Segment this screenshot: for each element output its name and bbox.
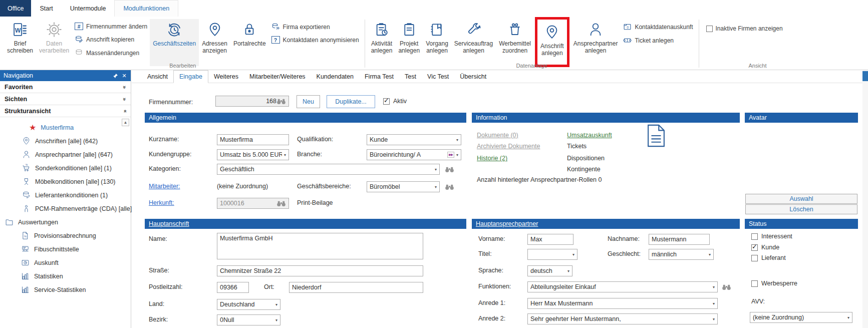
inaktive-firmen-checkbox[interactable]: ✓ Inaktive Firmen anzeigen (706, 25, 783, 32)
archivierte-dokumente-link[interactable]: Archivierte Dokumente (477, 143, 540, 150)
tab-firma-test[interactable]: Firma Test (359, 70, 399, 83)
kunde-checkbox[interactable]: ✓ Kunde (751, 244, 779, 251)
tab-mitarbeiter-weiteres[interactable]: Mitarbeiter/Weiteres (244, 70, 311, 83)
branche-dropdown[interactable]: Büroeinrichtung/ A▶▶▾ (367, 149, 461, 160)
tree-item-pcm-rahmenvertraege[interactable]: PCM-Rahmenverträge (CDA) [alle] (0, 202, 131, 215)
nav-section-favoriten[interactable]: Favoriten » (0, 81, 131, 93)
tab-eingabe[interactable]: Eingabe (173, 70, 208, 83)
geschaeftsbereiche-search-button[interactable] (443, 181, 456, 192)
bezirk-dropdown[interactable]: 0Null▾ (217, 314, 280, 325)
vertical-scrollbar[interactable] (862, 70, 868, 328)
tab-start[interactable]: Start (31, 0, 61, 17)
daten-verarbeiten-button[interactable]: Datenverarbeiten (36, 19, 72, 66)
tickets-item[interactable]: Tickets (567, 143, 587, 150)
tree-item-moebelkonditionen[interactable]: Möbelkonditionen [alle] (130) (0, 175, 131, 188)
kategorien-dropdown[interactable]: Geschäftlich▾ (217, 164, 440, 175)
kurzname-field[interactable]: Musterfirma (217, 134, 289, 145)
ticket-anlegen-button[interactable]: Ticket anlegen (623, 36, 693, 45)
search-binoculars-icon[interactable] (276, 98, 286, 105)
kontingente-item[interactable]: Kontingente (567, 166, 601, 173)
anrede2-dropdown[interactable]: Sehr geehrter Herr Mustermann,▾ (527, 313, 718, 324)
aktiv-checkbox[interactable]: ✓ Aktiv (383, 98, 407, 105)
lieferant-checkbox[interactable]: ✓ Lieferant (751, 254, 786, 261)
serviceauftrag-anlegen-button[interactable]: Serviceauftraganlegen (451, 19, 496, 66)
herkunft-field[interactable]: 1000016 (217, 198, 289, 209)
anschrift-kopieren-button[interactable]: Anschrift kopieren (75, 35, 147, 44)
nachname-field[interactable]: Mustermann (649, 234, 710, 245)
neu-button[interactable]: Neu (297, 95, 320, 108)
scroll-up-button[interactable]: ▲ (122, 119, 129, 126)
titel-dropdown[interactable]: ▾ (527, 249, 577, 260)
strasse-field[interactable]: Chemnitzer Straße 22 (217, 265, 423, 276)
document-icon[interactable] (647, 124, 665, 148)
werbesperre-checkbox[interactable]: ✓ Werbesperre (751, 280, 797, 287)
funktionen-dropdown[interactable]: Abteilungsleiter Einkauf▾ (527, 281, 718, 292)
geschlecht-dropdown[interactable]: männlich▾ (649, 249, 714, 260)
name-field[interactable]: Musterfirma GmbH (217, 233, 423, 259)
historie-link[interactable]: Historie (2) (477, 155, 507, 162)
tab-kundendaten[interactable]: Kundendaten (311, 70, 359, 83)
anrede1-dropdown[interactable]: Herr Max Mustermann▾ (527, 298, 718, 309)
tree-item-statistiken[interactable]: Statistiken (0, 269, 131, 283)
umsatzauskunft-link[interactable]: Umsatzauskunft (567, 132, 612, 139)
avv-dropdown[interactable]: (keine Zuordnung)▾ (750, 312, 852, 323)
interessent-checkbox[interactable]: ✓ Interessent (751, 233, 792, 240)
ansprechpartner-anlegen-button[interactable]: Ansprechpartneranlegen (570, 19, 621, 66)
land-dropdown[interactable]: Deutschland▾ (217, 299, 280, 310)
dispositionen-item[interactable]: Dispositionen (567, 155, 605, 162)
double-arrow-icon[interactable]: ▶▶ (447, 152, 454, 158)
aktivitaet-anlegen-button[interactable]: Aktivitätanlegen (368, 19, 396, 66)
tree-item-ansprechpartner[interactable]: Ansprechpartner [alle] (647) (0, 148, 131, 161)
search-binoculars-icon[interactable] (276, 200, 286, 207)
avatar-loeschen-button[interactable]: Löschen (745, 204, 857, 214)
tab-weiteres[interactable]: Weiteres (208, 70, 244, 83)
kategorien-search-button[interactable] (443, 164, 456, 175)
close-icon[interactable]: ✕ (121, 72, 128, 79)
nav-section-sichten[interactable]: Sichten » (0, 93, 131, 105)
vorgang-anlegen-button[interactable]: Vorganganlegen (423, 19, 451, 66)
tree-item-provisionsabrechnung[interactable]: % Provisionsabrechnung (0, 229, 131, 242)
brief-schreiben-button[interactable]: W Briefschreiben (4, 19, 36, 66)
kontaktdatenauskunft-button[interactable]: 0 Kontaktdatenauskunft (623, 23, 693, 31)
adressen-anzeigen-button[interactable]: Adressenanzeigen (199, 19, 230, 66)
vorname-field[interactable]: Max (527, 234, 573, 245)
sprache-dropdown[interactable]: deutsch▾ (527, 265, 572, 276)
hauptanschrift-title-link[interactable]: Hauptanschrift (149, 220, 189, 227)
firma-exportieren-button[interactable]: Firma exportieren (271, 23, 359, 31)
anschrift-anlegen-button[interactable]: Anschriftanlegen (537, 22, 567, 69)
geschaeftszeiten-button[interactable]: Geschäftszeiten (150, 19, 199, 66)
tab-test[interactable]: Test (399, 70, 422, 83)
tree-item-lieferantenkonditionen[interactable]: Lieferantenkonditionen (1) (0, 188, 131, 202)
tab-uebersicht[interactable]: Übersicht (454, 70, 492, 83)
ort-field[interactable]: Niederdorf (289, 282, 423, 293)
tree-item-auskunft[interactable]: Auskunft (0, 256, 131, 269)
tab-untermodule[interactable]: Untermodule (62, 0, 115, 17)
tree-item-service-statistiken[interactable]: Service-Statistiken (0, 283, 131, 296)
werbemittel-zuordnen-button[interactable]: Werbemittelzuordnen (496, 19, 534, 66)
kontaktdaten-anonymisieren-button[interactable]: ? Kontaktdaten anonymisieren (271, 36, 359, 44)
tab-vic-test[interactable]: Vic Test (422, 70, 454, 83)
firmennummer-aendern-button[interactable]: # Firmennummer ändern (75, 23, 147, 30)
qualifikation-dropdown[interactable]: Kunde▾ (367, 134, 461, 145)
tree-item-auswertungen[interactable]: Auswertungen (0, 215, 131, 229)
hauptansprechpartner-title-link[interactable]: Hauptansprechpartner (476, 220, 538, 227)
tab-office[interactable]: Office (0, 0, 31, 17)
nav-section-strukturansicht[interactable]: Strukturansicht » (0, 105, 131, 117)
dokumente-link[interactable]: Dokumente (0) (477, 132, 518, 139)
funktionen-search-button[interactable] (720, 281, 733, 292)
kundengruppe-dropdown[interactable]: Umsatz bis 5.000 EUR▾ (217, 149, 289, 160)
tree-item-anschriften[interactable]: Anschriften [alle] (642) (0, 134, 131, 148)
projekt-anlegen-button[interactable]: Projektanlegen (395, 19, 423, 66)
tree-item-sonderkonditionen[interactable]: % Sonderkonditionen [alle] (1) (0, 161, 131, 175)
firmennummer-field[interactable]: 168 (215, 96, 289, 107)
mitarbeiter-link[interactable]: Mitarbeiter: (149, 183, 180, 190)
herkunft-link[interactable]: Herkunft: (149, 199, 174, 206)
avatar-auswahl-button[interactable]: Auswahl (745, 194, 857, 204)
tab-modulfunktionen[interactable]: Modulfunktionen (114, 0, 178, 17)
tree-item-musterfirma[interactable]: ★ Musterfirma (0, 121, 131, 134)
tab-ansicht[interactable]: Ansicht (142, 70, 173, 83)
postleitzahl-field[interactable]: 09366 (217, 282, 249, 293)
massenaenderungen-button[interactable]: Massenänderungen (75, 49, 147, 57)
tree-item-fibuschnittstelle[interactable]: Fibuschnittstelle (0, 242, 131, 256)
geschaeftsbereiche-dropdown[interactable]: Büromöbel▾ (367, 181, 440, 192)
